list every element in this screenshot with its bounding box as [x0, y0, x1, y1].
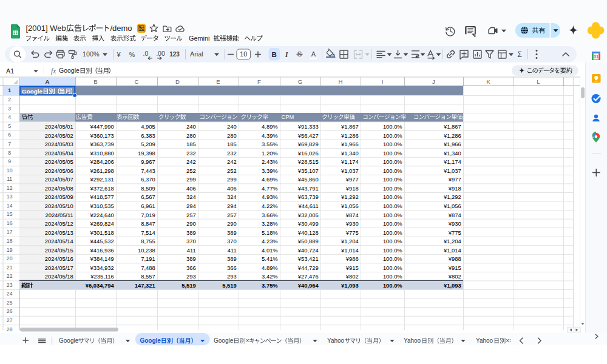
svg-text:Google: Google — [59, 67, 80, 74]
svg-text:¥416,936: ¥416,936 — [90, 247, 114, 254]
svg-text:4.39%: 4.39% — [262, 132, 278, 139]
svg-text:1.20%: 1.20% — [262, 150, 278, 157]
svg-text:¥1,867: ¥1,867 — [341, 123, 359, 130]
svg-text:¥1,292: ¥1,292 — [341, 194, 359, 200]
svg-text:A: A — [311, 50, 316, 58]
svg-text:4.23%: 4.23% — [262, 238, 278, 244]
svg-text:7,488: 7,488 — [141, 265, 155, 271]
svg-text:2024/05/04: 2024/05/04 — [45, 150, 73, 157]
svg-text:A: A — [46, 78, 50, 85]
svg-text:×: × — [246, 337, 249, 344]
svg-text:¥775: ¥775 — [448, 229, 461, 236]
svg-text:¥372,618: ¥372,618 — [90, 185, 114, 192]
svg-text:Arial: Arial — [190, 50, 203, 58]
svg-text:¥360,173: ¥360,173 — [90, 132, 114, 139]
svg-text:¥269,824: ¥269,824 — [90, 220, 114, 227]
svg-text:¥40,964: ¥40,964 — [298, 282, 319, 289]
svg-text:Google: Google — [214, 337, 234, 344]
svg-text:¥915: ¥915 — [448, 265, 461, 271]
svg-text:4,905: 4,905 — [141, 123, 155, 130]
svg-text:2024/05/18: 2024/05/18 — [45, 273, 73, 280]
svg-text:/demo: /demo — [110, 24, 132, 33]
svg-text:389: 389 — [227, 255, 237, 262]
svg-text:D: D — [175, 78, 180, 85]
svg-text:257: 257 — [186, 212, 196, 218]
svg-text:¥43,791: ¥43,791 — [297, 185, 319, 192]
svg-text:4.22%: 4.22% — [262, 203, 278, 209]
svg-text:¥418,577: ¥418,577 — [90, 194, 114, 200]
svg-text:4.89%: 4.89% — [262, 265, 278, 271]
svg-text:100.0%: 100.0% — [383, 176, 402, 183]
svg-text:100.0%: 100.0% — [383, 167, 402, 174]
svg-text:¥1,093: ¥1,093 — [444, 282, 461, 289]
svg-text:¥988: ¥988 — [448, 255, 461, 262]
svg-text:100.0%: 100.0% — [383, 238, 402, 244]
svg-text:¥1,014: ¥1,014 — [443, 247, 461, 254]
svg-text:¥50,889: ¥50,889 — [297, 238, 319, 244]
svg-text:3.28%: 3.28% — [262, 220, 278, 227]
svg-text:¥334,932: ¥334,932 — [90, 265, 114, 271]
svg-text:¥1,292: ¥1,292 — [443, 194, 461, 200]
svg-text:324: 324 — [227, 194, 237, 200]
svg-text:2024/05/08: 2024/05/08 — [45, 185, 73, 192]
svg-text:406: 406 — [186, 185, 196, 192]
svg-text:2024/05/12: 2024/05/12 — [45, 220, 73, 227]
svg-text:¥1,037: ¥1,037 — [341, 167, 359, 174]
svg-text:¥1,014: ¥1,014 — [341, 247, 359, 254]
svg-text:¥918: ¥918 — [448, 185, 461, 192]
svg-text:100.0%: 100.0% — [383, 255, 402, 262]
svg-text:5.41%: 5.41% — [262, 255, 278, 262]
svg-text:26: 26 — [7, 308, 13, 314]
svg-text:¥977: ¥977 — [345, 176, 359, 183]
svg-text:¥44,729: ¥44,729 — [297, 265, 319, 271]
svg-text:¥310,880: ¥310,880 — [90, 150, 114, 157]
svg-text:2024/05/06: 2024/05/06 — [45, 167, 73, 174]
svg-text:100.0%: 100.0% — [383, 212, 402, 218]
svg-text:¥1,204: ¥1,204 — [443, 238, 461, 244]
svg-text:147,321: 147,321 — [135, 282, 155, 289]
svg-text:28: 28 — [7, 326, 13, 332]
svg-text:24: 24 — [7, 291, 13, 297]
svg-text:411: 411 — [228, 247, 237, 254]
svg-text:370: 370 — [227, 238, 237, 244]
svg-text:100.0%: 100.0% — [383, 158, 402, 165]
svg-text:242: 242 — [227, 158, 237, 165]
svg-text:242: 242 — [186, 158, 196, 165]
svg-text:100.0%: 100.0% — [383, 273, 402, 280]
svg-text:18: 18 — [7, 238, 13, 244]
svg-text:19,398: 19,398 — [138, 150, 155, 157]
svg-text:¥1,966: ¥1,966 — [443, 141, 461, 147]
svg-text:Gemini: Gemini — [189, 35, 210, 42]
svg-text:366: 366 — [186, 265, 196, 271]
svg-text:5: 5 — [8, 123, 11, 129]
svg-text:7,191: 7,191 — [141, 255, 155, 262]
svg-text:I: I — [382, 78, 384, 85]
svg-text:A1: A1 — [6, 67, 14, 75]
svg-text:2024/05/07: 2024/05/07 — [45, 176, 73, 183]
svg-text:3.42%: 3.42% — [262, 273, 278, 280]
svg-text:7,019: 7,019 — [141, 212, 155, 218]
svg-text:¥802: ¥802 — [345, 273, 359, 280]
svg-text:3.55%: 3.55% — [262, 141, 278, 147]
svg-text:19: 19 — [7, 247, 13, 253]
svg-text:Google: Google — [140, 337, 161, 344]
svg-text:E: E — [216, 78, 220, 85]
svg-text:3.66%: 3.66% — [262, 212, 278, 218]
svg-text:2024/05/05: 2024/05/05 — [45, 158, 73, 165]
svg-text:¥28,515: ¥28,515 — [297, 158, 319, 165]
svg-text:B: B — [272, 51, 277, 58]
svg-text:232: 232 — [227, 150, 237, 157]
svg-text:10: 10 — [240, 50, 247, 58]
svg-text:31: 31 — [594, 54, 599, 59]
svg-text:¥53,421: ¥53,421 — [297, 255, 319, 262]
svg-text:Google: Google — [22, 88, 43, 95]
svg-text:¥447,990: ¥447,990 — [90, 123, 114, 130]
svg-text:389: 389 — [186, 255, 196, 262]
svg-text:9,967: 9,967 — [141, 158, 155, 165]
svg-text:280: 280 — [186, 132, 196, 139]
svg-text:6: 6 — [8, 132, 11, 138]
svg-text:¥445,532: ¥445,532 — [90, 238, 114, 244]
svg-text:25: 25 — [7, 300, 13, 306]
svg-text:8: 8 — [8, 150, 11, 156]
svg-text:.00: .00 — [156, 50, 165, 57]
